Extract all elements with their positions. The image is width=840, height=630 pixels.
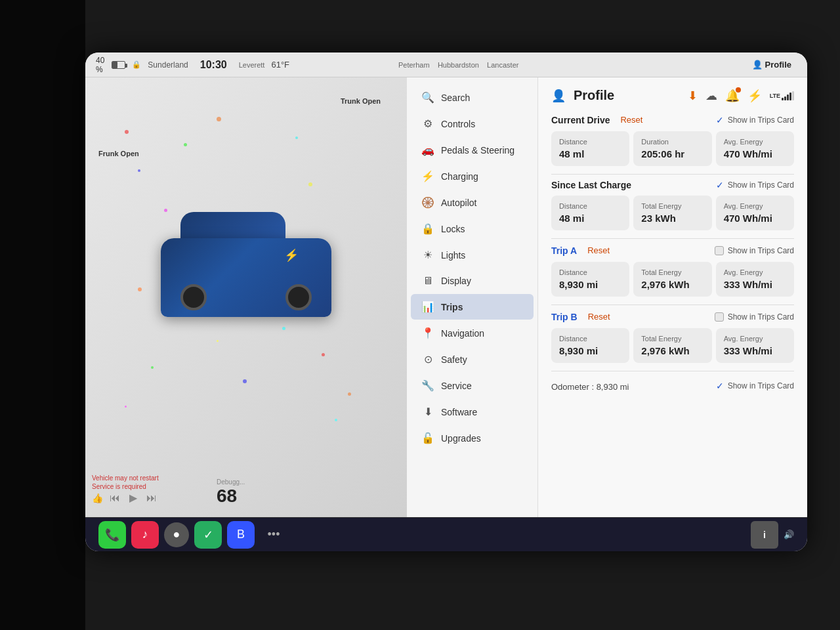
since-last-charge-stats: Distance 48 mi Total Energy 23 kWh Avg. … (551, 196, 794, 230)
map-locations: Peterham Hubbardston Lancaster (289, 61, 627, 69)
odometer-check-icon: ✓ (716, 381, 724, 391)
current-drive-check-icon: ✓ (716, 115, 724, 125)
menu-item-trips[interactable]: 📊 Trips (411, 294, 534, 320)
menu-item-upgrades[interactable]: 🔓 Upgrades (411, 425, 534, 451)
trip-a-checkbox[interactable] (715, 246, 724, 255)
next-track-button[interactable]: ⏭ (144, 490, 159, 507)
since-last-charge-section: Since Last Charge ✓ Show in Trips Card D… (551, 180, 794, 230)
trip-b-stat-1: Total Energy 2,976 kWh (633, 328, 711, 363)
lights-icon: ☀ (421, 249, 434, 261)
profile-panel: 👤 Profile ⬇ ☁ 🔔 ⚡ LTE (538, 77, 807, 517)
time-display: 10:30 (200, 59, 227, 71)
menu-item-charging[interactable]: ⚡ Charging (411, 163, 534, 189)
menu-item-display[interactable]: 🖥 Display (411, 268, 534, 293)
camera-button[interactable]: ● (164, 522, 189, 547)
thumb-up-icon[interactable]: 👍 (92, 493, 103, 503)
play-button[interactable]: ▶ (127, 489, 140, 507)
charging-menu-icon: ⚡ (421, 170, 434, 182)
menu-item-pedals[interactable]: 🚗 Pedals & Steering (411, 137, 534, 163)
profile-header: 👤 Profile ⬇ ☁ 🔔 ⚡ LTE (551, 88, 794, 103)
taskbar: 📞 ♪ ● ✓ B ••• i 🔊 (85, 517, 807, 551)
battery-indicator: 40 % (96, 56, 125, 74)
wheel-front-left (180, 284, 207, 310)
profile-person-icon: 👤 (752, 60, 763, 70)
check-button[interactable]: ✓ (194, 521, 222, 549)
menu-item-lights[interactable]: ☀ Lights (411, 242, 534, 268)
search-icon: 🔍 (421, 91, 434, 104)
pedals-icon: 🚗 (421, 144, 434, 156)
profile-button[interactable]: 👤 Profile (747, 58, 797, 71)
menu-label-controls: Controls (441, 119, 475, 129)
menu-item-search[interactable]: 🔍 Search (411, 85, 534, 110)
menu-item-service[interactable]: 🔧 Service (411, 373, 534, 398)
cloud-icon[interactable]: ☁ (705, 89, 717, 103)
wheel-front-right (285, 284, 312, 310)
menu-label-service: Service (441, 381, 472, 391)
navigation-icon: 📍 (421, 327, 434, 339)
current-drive-stat-1: Duration 205:06 hr (633, 131, 711, 166)
divider-2 (551, 238, 794, 239)
menu-label-software: Software (441, 407, 477, 417)
software-icon: ⬇ (421, 406, 434, 418)
trip-a-section: Trip A Reset Show in Trips Card Distance… (551, 244, 794, 297)
trip-a-stat-0: Distance 8,930 mi (551, 262, 629, 297)
frunk-label: Frunk Open (98, 150, 139, 158)
media-controls: 👍 ⏮ ▶ ⏭ (92, 489, 159, 507)
menu-label-search: Search (441, 93, 470, 103)
info-button[interactable]: i (751, 521, 778, 549)
since-last-charge-show-trips: ✓ Show in Trips Card (716, 180, 794, 190)
current-drive-stats: Distance 48 ml Duration 205:06 hr Avg. E… (551, 131, 794, 166)
since-last-charge-title: Since Last Charge (551, 180, 631, 190)
menu-panel: 🔍 Search ⚙ Controls 🚗 Pedals & Steering … (407, 77, 538, 517)
menu-item-autopilot[interactable]: 🛞 Autopilot (411, 190, 534, 215)
divider-1 (551, 174, 794, 175)
music-button[interactable]: ♪ (131, 521, 159, 549)
trip-b-checkbox[interactable] (715, 312, 724, 322)
menu-item-safety[interactable]: ⊙ Safety (411, 346, 534, 372)
download-icon[interactable]: ⬇ (688, 89, 698, 103)
menu-item-controls[interactable]: ⚙ Controls (411, 111, 534, 136)
location-label: Sunderland (148, 60, 188, 70)
service-icon: 🔧 (421, 379, 434, 392)
current-drive-section: Current Drive Reset ✓ Show in Trips Card… (551, 114, 794, 166)
trip-b-show-trips: Show in Trips Card (715, 312, 794, 322)
menu-label-lights: Lights (441, 250, 465, 261)
since-last-charge-stat-2: Avg. Energy 470 Wh/mi (716, 196, 794, 230)
charging-icon: ⚡ (284, 248, 299, 262)
menu-label-trips: Trips (441, 302, 463, 312)
current-drive-stat-0: Distance 48 ml (551, 131, 629, 166)
menu-label-pedals: Pedals & Steering (441, 145, 514, 156)
odometer-value: Odometer : 8,930 mi (551, 379, 629, 394)
sublocation-label: Leverett (239, 61, 265, 69)
trip-b-stat-0: Distance 8,930 mi (551, 328, 629, 363)
current-drive-reset-button[interactable]: Reset (616, 114, 646, 126)
menu-label-locks: Locks (441, 224, 465, 234)
prev-track-button[interactable]: ⏮ (107, 490, 123, 507)
menu-item-navigation[interactable]: 📍 Navigation (411, 320, 534, 346)
volume-indicator: 🔊 (784, 530, 794, 539)
menu-label-charging: Charging (441, 171, 478, 182)
status-bar: 40 % 🔒 Sunderland 10:30 Leverett 61°F Pe… (85, 52, 807, 77)
profile-header-icon: 👤 (551, 89, 566, 103)
menu-item-software[interactable]: ⬇ Software (411, 399, 534, 425)
lte-signal: LTE (770, 91, 794, 100)
bluetooth-button[interactable]: B (227, 521, 255, 549)
trip-a-stats: Distance 8,930 mi Total Energy 2,976 kWh… (551, 262, 794, 297)
locks-icon: 🔒 (421, 222, 434, 235)
autopilot-icon: 🛞 (421, 196, 434, 209)
trunk-label: Trunk Open (341, 97, 381, 105)
bluetooth-header-icon[interactable]: ⚡ (747, 89, 762, 103)
menu-label-display: Display (441, 276, 471, 286)
trips-icon: 📊 (421, 301, 434, 313)
trip-a-show-trips: Show in Trips Card (715, 246, 794, 255)
phone-button[interactable]: 📞 (98, 521, 126, 549)
divider-3 (551, 304, 794, 305)
since-last-charge-stat-0: Distance 48 mi (551, 196, 629, 230)
menu-item-locks[interactable]: 🔒 Locks (411, 216, 534, 242)
odometer-show-trips: ✓ Show in Trips Card (716, 381, 794, 391)
notification-icon[interactable]: 🔔 (725, 89, 740, 103)
more-button[interactable]: ••• (260, 521, 287, 549)
trip-a-reset-button[interactable]: Reset (583, 244, 614, 257)
current-drive-stat-2: Avg. Energy 470 Wh/mi (716, 131, 794, 166)
trip-b-reset-button[interactable]: Reset (584, 310, 614, 323)
